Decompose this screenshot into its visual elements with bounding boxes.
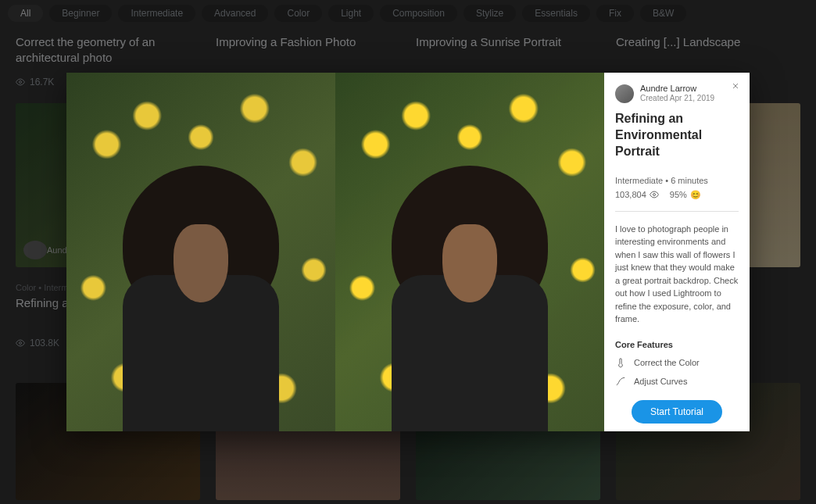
smile-icon: 😊 — [690, 190, 701, 200]
tutorial-info-panel: Aundre Larrow Created Apr 21, 2019 Refin… — [604, 73, 750, 431]
rating-percent: 95% — [670, 190, 687, 199]
author-row: Aundre Larrow Created Apr 21, 2019 — [615, 84, 739, 103]
views-count: 103,804 — [615, 190, 646, 199]
tutorial-title: Refining an Environmental Portrait — [615, 111, 739, 159]
feature-item: Adjust Curves — [615, 376, 739, 387]
before-image — [66, 73, 335, 431]
feature-label: Correct the Color — [634, 358, 700, 367]
svg-point-2 — [20, 342, 22, 345]
feature-label: Adjust Curves — [634, 377, 687, 386]
author-avatar — [615, 84, 634, 103]
card-title: Correct the geometry of an architectural… — [16, 34, 200, 66]
filter-pill-advanced[interactable]: Advanced — [202, 5, 268, 22]
tutorial-modal: Aundre Larrow Created Apr 21, 2019 Refin… — [66, 73, 750, 431]
filter-pill-light[interactable]: Light — [328, 5, 374, 22]
filter-pill-composition[interactable]: Composition — [380, 5, 457, 22]
close-button[interactable] — [728, 79, 743, 95]
filter-pill-beginner[interactable]: Beginner — [49, 5, 112, 22]
svg-point-0 — [20, 81, 22, 84]
feature-item: Correct the Color — [615, 357, 739, 368]
card-title: Improving a Fashion Photo — [216, 34, 400, 66]
curve-icon — [615, 376, 626, 387]
svg-point-6 — [653, 194, 655, 196]
eye-icon — [650, 190, 659, 199]
divider — [615, 211, 739, 212]
close-icon — [731, 81, 740, 91]
filter-pill-stylize[interactable]: Stylize — [463, 5, 516, 22]
thermometer-icon — [615, 357, 626, 368]
duration: 6 minutes — [671, 176, 708, 185]
panel-scroll[interactable]: Aundre Larrow Created Apr 21, 2019 Refin… — [604, 73, 750, 431]
created-date: Created Apr 21, 2019 — [640, 94, 714, 103]
filter-bar: All Beginner Intermediate Advanced Color… — [0, 0, 816, 27]
level-duration: Intermediate • 6 minutes — [615, 176, 739, 185]
filter-pill-fix[interactable]: Fix — [596, 5, 634, 22]
level: Intermediate — [615, 176, 663, 185]
eye-icon — [16, 77, 25, 87]
stats-row: 103,804 95% 😊 — [615, 190, 739, 200]
author-label: Aundre — [23, 241, 47, 259]
start-button-wrap: Start Tutorial — [604, 392, 750, 431]
filter-pill-intermediate[interactable]: Intermediate — [118, 5, 195, 22]
card-title: Improving a Sunrise Portrait — [416, 34, 600, 66]
tutorial-description: I love to photograph people in interesti… — [615, 223, 739, 326]
filter-pill-all[interactable]: All — [8, 5, 43, 22]
card-title: Creating [...] Landscape — [616, 34, 800, 66]
eye-icon — [16, 338, 25, 348]
start-tutorial-button[interactable]: Start Tutorial — [632, 400, 722, 424]
filter-pill-color[interactable]: Color — [274, 5, 322, 22]
filter-pill-essentials[interactable]: Essentials — [522, 5, 590, 22]
features-title: Core Features — [615, 340, 739, 349]
author-name: Aundre Larrow — [640, 84, 714, 94]
after-image — [335, 73, 604, 431]
card-views: 16.7K — [30, 77, 54, 88]
before-after-images — [66, 73, 604, 431]
filter-pill-bw[interactable]: B&W — [640, 5, 686, 22]
card-views: 103.8K — [30, 338, 59, 349]
